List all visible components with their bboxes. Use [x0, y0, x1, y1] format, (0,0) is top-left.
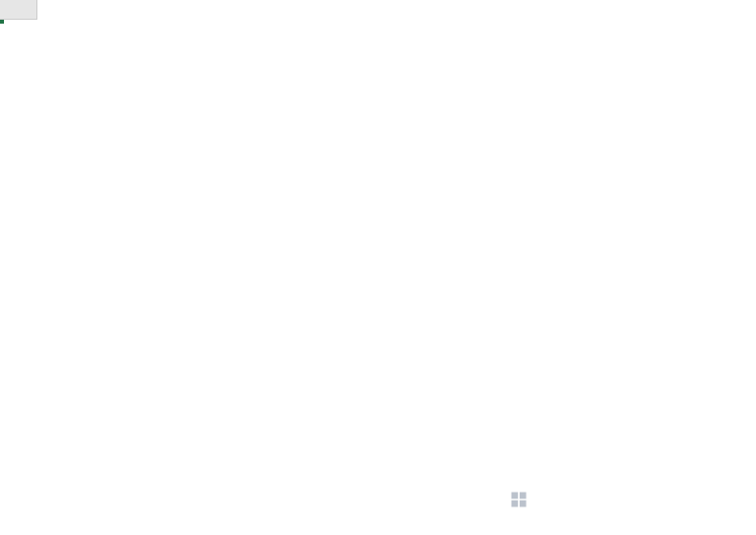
cell-selection-outline [0, 20, 4, 24]
exceldemy-logo-icon [509, 490, 529, 509]
select-all-corner[interactable] [0, 0, 37, 20]
spreadsheet-grid[interactable] [0, 0, 756, 20]
watermark [509, 490, 535, 509]
